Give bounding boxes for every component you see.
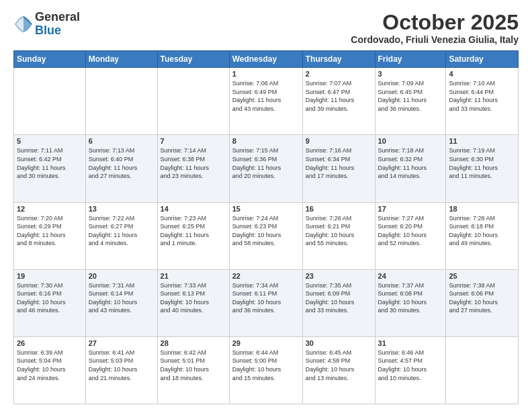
day-info: Sunrise: 7:07 AM Sunset: 6:47 PM Dayligh… [306,79,372,113]
calendar-cell [85,68,157,135]
calendar-cell: 5Sunrise: 7:11 AM Sunset: 6:42 PM Daylig… [14,135,86,202]
day-info: Sunrise: 7:28 AM Sunset: 6:18 PM Dayligh… [449,214,515,248]
calendar-cell [157,68,229,135]
day-number: 22 [232,272,300,280]
calendar-cell: 31Sunrise: 6:46 AM Sunset: 4:57 PM Dayli… [375,336,446,404]
calendar-body: 1Sunrise: 7:06 AM Sunset: 6:49 PM Daylig… [14,68,519,404]
day-info: Sunrise: 6:42 AM Sunset: 5:01 PM Dayligh… [161,349,226,382]
day-info: Sunrise: 7:10 AM Sunset: 6:44 PM Dayligh… [449,79,515,113]
day-number: 20 [89,272,154,280]
logo-general-text: General [35,11,80,24]
day-number: 16 [306,205,372,213]
day-info: Sunrise: 7:14 AM Sunset: 6:38 PM Dayligh… [161,146,226,180]
logo-text: General Blue [35,11,80,38]
col-sunday: Sunday [14,51,86,68]
day-number: 18 [449,205,515,213]
location: Cordovado, Friuli Venezia Giulia, Italy [351,34,519,45]
day-info: Sunrise: 7:37 AM Sunset: 6:08 PM Dayligh… [378,281,443,315]
day-number: 4 [449,70,515,78]
day-number: 25 [449,272,515,280]
calendar-cell: 22Sunrise: 7:34 AM Sunset: 6:11 PM Dayli… [229,269,302,336]
calendar-cell: 2Sunrise: 7:07 AM Sunset: 6:47 PM Daylig… [302,68,375,135]
calendar-cell: 14Sunrise: 7:23 AM Sunset: 6:25 PM Dayli… [157,202,229,269]
calendar-week-4: 26Sunrise: 6:39 AM Sunset: 5:04 PM Dayli… [14,336,519,404]
day-info: Sunrise: 6:41 AM Sunset: 5:03 PM Dayligh… [89,349,154,382]
day-number: 14 [161,205,226,213]
calendar-cell: 18Sunrise: 7:28 AM Sunset: 6:18 PM Dayli… [446,202,519,269]
month-title: October 2025 [351,11,519,34]
day-info: Sunrise: 7:35 AM Sunset: 6:09 PM Dayligh… [306,281,372,315]
header: General Blue October 2025 Cordovado, Fri… [13,11,519,45]
col-tuesday: Tuesday [157,51,229,68]
day-number: 19 [17,272,83,280]
day-info: Sunrise: 7:23 AM Sunset: 6:25 PM Dayligh… [161,214,226,248]
day-number: 8 [232,137,300,145]
col-friday: Friday [375,51,446,68]
calendar-week-0: 1Sunrise: 7:06 AM Sunset: 6:49 PM Daylig… [14,68,519,135]
calendar-cell: 28Sunrise: 6:42 AM Sunset: 5:01 PM Dayli… [157,336,229,404]
day-number: 15 [232,205,300,213]
day-info: Sunrise: 7:24 AM Sunset: 6:23 PM Dayligh… [232,214,300,248]
day-info: Sunrise: 7:19 AM Sunset: 6:30 PM Dayligh… [449,146,515,180]
calendar-cell [446,336,519,404]
calendar-cell: 25Sunrise: 7:38 AM Sunset: 6:06 PM Dayli… [446,269,519,336]
day-info: Sunrise: 6:44 AM Sunset: 5:00 PM Dayligh… [232,349,300,382]
calendar-table: Sunday Monday Tuesday Wednesday Thursday… [13,50,519,404]
day-info: Sunrise: 7:18 AM Sunset: 6:32 PM Dayligh… [378,146,443,180]
day-number: 1 [232,70,300,78]
header-row: Sunday Monday Tuesday Wednesday Thursday… [14,51,519,68]
day-number: 28 [161,339,226,347]
calendar-cell: 13Sunrise: 7:22 AM Sunset: 6:27 PM Dayli… [85,202,157,269]
title-block: October 2025 Cordovado, Friuli Venezia G… [351,11,519,45]
day-number: 9 [306,137,372,145]
day-number: 23 [306,272,372,280]
page: General Blue October 2025 Cordovado, Fri… [0,0,532,411]
day-info: Sunrise: 7:16 AM Sunset: 6:34 PM Dayligh… [306,146,372,180]
logo-icon [13,14,34,34]
calendar-cell: 9Sunrise: 7:16 AM Sunset: 6:34 PM Daylig… [302,135,375,202]
logo: General Blue [13,11,80,38]
col-monday: Monday [85,51,157,68]
calendar-cell [14,68,86,135]
calendar-cell: 12Sunrise: 7:20 AM Sunset: 6:29 PM Dayli… [14,202,86,269]
calendar-cell: 26Sunrise: 6:39 AM Sunset: 5:04 PM Dayli… [14,336,86,404]
calendar-cell: 7Sunrise: 7:14 AM Sunset: 6:38 PM Daylig… [157,135,229,202]
day-number: 12 [17,205,83,213]
calendar-cell: 8Sunrise: 7:15 AM Sunset: 6:36 PM Daylig… [229,135,302,202]
calendar-cell: 10Sunrise: 7:18 AM Sunset: 6:32 PM Dayli… [375,135,446,202]
day-number: 3 [378,70,443,78]
calendar-cell: 11Sunrise: 7:19 AM Sunset: 6:30 PM Dayli… [446,135,519,202]
logo-blue-text: Blue [35,24,80,38]
day-number: 13 [89,205,154,213]
calendar-cell: 23Sunrise: 7:35 AM Sunset: 6:09 PM Dayli… [302,269,375,336]
day-number: 27 [89,339,154,347]
day-number: 11 [449,137,515,145]
calendar-cell: 21Sunrise: 7:33 AM Sunset: 6:13 PM Dayli… [157,269,229,336]
day-info: Sunrise: 7:13 AM Sunset: 6:40 PM Dayligh… [89,146,154,180]
calendar-cell: 6Sunrise: 7:13 AM Sunset: 6:40 PM Daylig… [85,135,157,202]
col-wednesday: Wednesday [229,51,302,68]
calendar-cell: 15Sunrise: 7:24 AM Sunset: 6:23 PM Dayli… [229,202,302,269]
day-info: Sunrise: 7:15 AM Sunset: 6:36 PM Dayligh… [232,146,300,180]
day-info: Sunrise: 7:27 AM Sunset: 6:20 PM Dayligh… [378,214,443,248]
calendar-week-1: 5Sunrise: 7:11 AM Sunset: 6:42 PM Daylig… [14,135,519,202]
day-number: 2 [306,70,372,78]
day-number: 21 [161,272,226,280]
day-number: 26 [17,339,83,347]
day-number: 6 [89,137,154,145]
day-info: Sunrise: 7:26 AM Sunset: 6:21 PM Dayligh… [306,214,372,248]
day-info: Sunrise: 7:30 AM Sunset: 6:16 PM Dayligh… [17,281,83,315]
day-info: Sunrise: 6:45 AM Sunset: 4:58 PM Dayligh… [306,349,372,382]
day-number: 30 [306,339,372,347]
day-number: 29 [232,339,300,347]
day-number: 7 [161,137,226,145]
col-thursday: Thursday [302,51,375,68]
calendar-cell: 1Sunrise: 7:06 AM Sunset: 6:49 PM Daylig… [229,68,302,135]
day-info: Sunrise: 7:09 AM Sunset: 6:45 PM Dayligh… [378,79,443,113]
calendar-cell: 24Sunrise: 7:37 AM Sunset: 6:08 PM Dayli… [375,269,446,336]
day-info: Sunrise: 7:20 AM Sunset: 6:29 PM Dayligh… [17,214,83,248]
calendar-cell: 4Sunrise: 7:10 AM Sunset: 6:44 PM Daylig… [446,68,519,135]
calendar-cell: 30Sunrise: 6:45 AM Sunset: 4:58 PM Dayli… [302,336,375,404]
day-number: 5 [17,137,83,145]
day-info: Sunrise: 7:11 AM Sunset: 6:42 PM Dayligh… [17,146,83,180]
